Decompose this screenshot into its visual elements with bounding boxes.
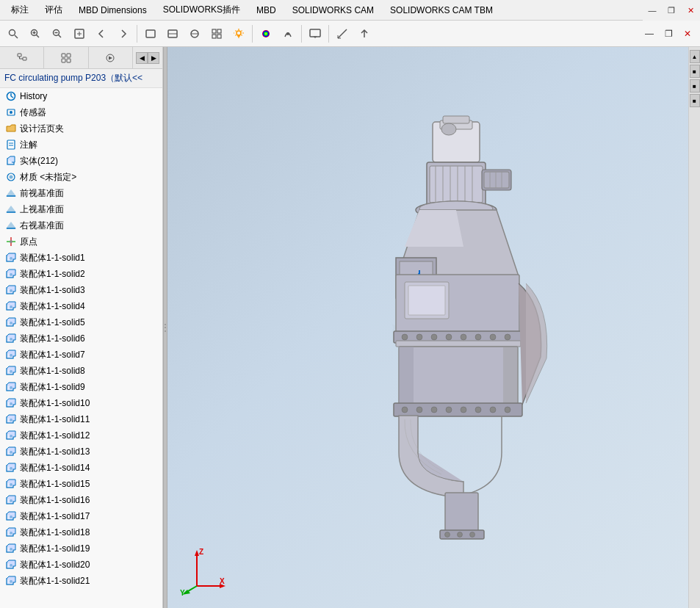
tree-item[interactable]: 右视基准面 — [0, 217, 162, 234]
tree-item[interactable]: 装配体1-1-solid7 — [0, 347, 162, 363]
right-mini-btn-2[interactable]: ■ — [690, 65, 700, 78]
svg-point-77 — [10, 419, 12, 421]
tree-item[interactable]: 材质 <未指定> — [0, 169, 162, 185]
tree-item-label: 装配体1-1-solid8 — [20, 365, 85, 377]
panel-right-arrow[interactable]: ▶ — [148, 52, 159, 64]
tree-icon-folder — [4, 122, 18, 135]
right-mini-btn-3[interactable]: ■ — [690, 79, 700, 93]
svg-point-136 — [402, 407, 408, 413]
tree-item[interactable]: 装配体1-1-solid10 — [0, 395, 162, 411]
tree-item[interactable]: 装配体1-1-solid19 — [0, 540, 162, 557]
tree-item[interactable]: 装配体1-1-solid16 — [0, 492, 162, 508]
tree-item[interactable]: 装配体1-1-solid2 — [0, 266, 162, 282]
tree-item[interactable]: 装配体1-1-solid21 — [0, 573, 162, 589]
tree-item-label: 装配体1-1-solid18 — [20, 526, 90, 539]
tree-item-label: 装配体1-1-solid9 — [20, 381, 85, 394]
tree-item-label: 装配体1-1-solid17 — [20, 510, 90, 523]
tab-solidworks-cam-tbm[interactable]: SOLIDWORKS CAM TBM — [382, 0, 501, 21]
svg-point-143 — [505, 407, 510, 413]
toolbar-zoom-icon[interactable] — [25, 23, 46, 44]
svg-rect-132 — [399, 347, 518, 405]
svg-rect-121 — [408, 286, 445, 315]
tree-item[interactable]: 装配体1-1-solid1 — [0, 250, 162, 266]
tree-item[interactable]: 装配体1-1-solid8 — [0, 363, 162, 379]
tree-item[interactable]: 上视基准面 — [0, 201, 162, 217]
tree-item[interactable]: 装配体1-1-solid5 — [0, 314, 162, 330]
tab-mbd-dimensions[interactable]: MBD Dimensions — [71, 0, 155, 21]
toolbar-section-icon[interactable] — [184, 23, 205, 44]
tree-icon-part — [4, 380, 18, 394]
tree-item[interactable]: 装配体1-1-solid15 — [0, 476, 162, 492]
tab-annotation[interactable]: 标注 — [3, 0, 37, 21]
toolbar-fit-icon[interactable] — [69, 23, 90, 44]
tree-item[interactable]: 装配体1-1-solid14 — [0, 460, 162, 476]
minimize-button[interactable]: — — [643, 1, 662, 20]
tree-item[interactable]: 设计活页夹 — [0, 120, 162, 137]
tree-item[interactable]: 注解 — [0, 137, 162, 153]
close-button[interactable]: ✕ — [681, 1, 700, 20]
toolbar-color-icon[interactable] — [256, 23, 276, 44]
tree-icon-part — [4, 477, 18, 491]
toolbar-wireframe-icon[interactable] — [162, 23, 183, 44]
panel-tabs: ◀ ▶ — [0, 47, 162, 69]
toolbar-view-icon[interactable] — [206, 23, 227, 44]
inner-minimize-button[interactable]: — — [640, 24, 659, 43]
svg-point-142 — [490, 407, 496, 413]
tree-item[interactable]: History — [0, 88, 162, 104]
panel-tab-tree[interactable] — [0, 47, 44, 68]
tree-item[interactable]: 装配体1-1-solid13 — [0, 444, 162, 460]
toolbar-up-icon[interactable] — [354, 23, 375, 44]
tree-item[interactable]: 装配体1-1-solid9 — [0, 379, 162, 395]
restore-button[interactable]: ❐ — [662, 1, 681, 20]
inner-restore-button[interactable]: ❐ — [659, 24, 678, 43]
tree-item-label: 右视基准面 — [20, 220, 64, 232]
toolbar-light-icon[interactable] — [228, 23, 249, 44]
right-mini-btn-4[interactable]: ■ — [690, 94, 700, 107]
tree-item[interactable]: 前视基准面 — [0, 185, 162, 201]
svg-line-1 — [15, 35, 18, 38]
panel-left-arrow[interactable]: ◀ — [136, 52, 148, 64]
tree-icon-part — [4, 429, 18, 442]
svg-point-57 — [10, 257, 12, 260]
tab-solidworks-cam[interactable]: SOLIDWORKS CAM — [284, 0, 382, 21]
toolbar-forward-icon[interactable] — [113, 23, 134, 44]
tree-icon-part — [4, 348, 18, 361]
tab-evaluate[interactable]: 评估 — [37, 0, 71, 21]
tree-item-label: 装配体1-1-solid14 — [20, 462, 90, 474]
tree-item-label: 实体(212) — [20, 155, 58, 167]
toolbar-monitor-icon[interactable] — [305, 23, 325, 44]
tree-item-label: 装配体1-1-solid19 — [20, 543, 90, 555]
tree-item[interactable]: 装配体1-1-solid6 — [0, 330, 162, 347]
tree-item[interactable]: 装配体1-1-solid18 — [0, 524, 162, 540]
inner-close-button[interactable]: ✕ — [678, 24, 697, 43]
toolbar-zoomout-icon[interactable] — [47, 23, 68, 44]
toolbar-display-icon[interactable] — [140, 23, 161, 44]
tree-item[interactable]: 装配体1-1-solid11 — [0, 411, 162, 427]
tree-icon-part — [4, 542, 18, 555]
tab-mbd[interactable]: MBD — [248, 0, 284, 21]
tree-item[interactable]: 装配体1-1-solid20 — [0, 557, 162, 573]
toolbar-measure-icon[interactable] — [332, 23, 353, 44]
tab-solidworks-plugins[interactable]: SOLIDWORKS插件 — [155, 0, 248, 21]
tree-item[interactable]: 传感器 — [0, 104, 162, 120]
toolbar-search-icon[interactable] — [3, 23, 24, 44]
tree-item-label: 材质 <未指定> — [20, 171, 76, 184]
tree-item[interactable]: 原点 — [0, 234, 162, 250]
tree-item[interactable]: 装配体1-1-solid17 — [0, 508, 162, 524]
svg-line-27 — [338, 29, 347, 38]
tree-item[interactable]: 实体(212) — [0, 153, 162, 169]
toolbar-appearance-icon[interactable] — [278, 23, 298, 44]
tree-item[interactable]: 装配体1-1-solid3 — [0, 282, 162, 298]
panel-tab-view[interactable] — [44, 47, 88, 68]
tree-item-label: 装配体1-1-solid2 — [20, 268, 85, 281]
tree-item[interactable]: 装配体1-1-solid4 — [0, 298, 162, 314]
svg-line-41 — [11, 96, 13, 98]
tree-item-label: 注解 — [20, 139, 37, 151]
svg-rect-103 — [430, 166, 483, 203]
toolbar-back-icon[interactable] — [91, 23, 112, 44]
tree-icon-part — [4, 510, 18, 523]
panel-tab-motion[interactable] — [89, 47, 133, 68]
viewport[interactable]: 沐风网www.mfcad.com — [167, 47, 700, 608]
right-mini-btn-1[interactable]: ▲ — [690, 50, 700, 63]
tree-item[interactable]: 装配体1-1-solid12 — [0, 427, 162, 444]
